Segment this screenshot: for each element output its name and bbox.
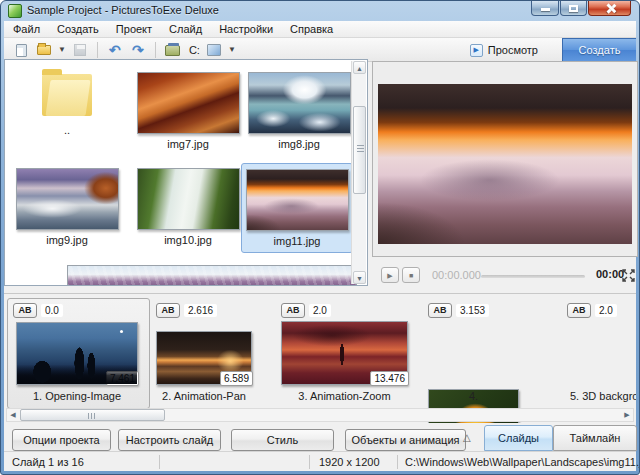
file-item-label: img7.jpg (135, 138, 241, 150)
minimize-button[interactable] (531, 1, 559, 16)
slide-5-ab-button[interactable]: AB (567, 303, 591, 318)
window-title: Sample Project - PicturesToExe Deluxe (27, 4, 219, 16)
slide-1-transition-value[interactable]: 0.0 (41, 304, 63, 317)
slide-3-duration-badge: 13.476 (370, 371, 409, 386)
statusbar-divider (309, 455, 310, 469)
menu-project[interactable]: Проект (108, 21, 160, 37)
slide-5-transition-value[interactable]: 2.0 (595, 304, 617, 317)
undo-icon: ↶ (109, 43, 121, 57)
open-dropdown-arrow-icon[interactable]: ▼ (58, 46, 66, 54)
new-project-button[interactable] (12, 41, 30, 59)
slide-2-thumbnail[interactable]: 6.589 (156, 331, 252, 385)
title-bar[interactable]: Sample Project - PicturesToExe Deluxe (1, 1, 639, 21)
app-window: Sample Project - PicturesToExe Deluxe Фа… (0, 0, 640, 475)
style-button[interactable]: Стиль (231, 429, 334, 451)
slide-1-thumbnail[interactable]: 7.461 (16, 322, 138, 385)
fullscreen-icon[interactable] (622, 268, 635, 281)
maximize-button[interactable] (560, 1, 587, 16)
status-file-path: C:\Windows\Web\Wallpaper\Landscapes\img1… (405, 456, 640, 468)
menu-help[interactable]: Справка (282, 21, 341, 37)
slide-5-label: 5. 3D background (562, 390, 636, 402)
file-item-label: img8.jpg (246, 138, 352, 150)
total-time: 00:00 (596, 268, 624, 280)
slide-list: AB 0.0 7.461 1. Opening-Image AB 2.616 6… (4, 293, 636, 423)
play-button[interactable]: ▶ (381, 267, 399, 283)
drive-select-button[interactable] (164, 41, 182, 59)
file-item-label: img10.jpg (135, 234, 241, 246)
statusbar-divider (159, 455, 160, 469)
elapsed-time: 00:00.000 (432, 269, 481, 281)
slide-1-duration-badge: 7.461 (106, 371, 139, 386)
scrollbar-thumb[interactable] (353, 106, 366, 194)
img9-thumbnail (16, 168, 119, 230)
status-bar: Слайд 1 из 16 1920 x 1200 C:\Windows\Web… (4, 451, 636, 471)
slide-3-ab-button[interactable]: AB (281, 303, 305, 318)
slide-4-ab-button[interactable]: AB (428, 303, 452, 318)
open-folder-icon (37, 45, 51, 55)
file-item-img7[interactable]: img7.jpg (135, 72, 241, 150)
close-icon (606, 4, 615, 13)
save-icon (74, 44, 86, 56)
collapse-triangle-icon[interactable]: △ (463, 432, 471, 443)
slide-4-transition-value[interactable]: 3.153 (456, 304, 489, 317)
file-item-img8[interactable]: img8.jpg (246, 72, 352, 150)
scrollbar-thumb[interactable] (20, 409, 165, 421)
file-browser-panel: .. img7.jpg img8.jpg img9.jpg img10.jpg … (4, 59, 368, 286)
drive-label: C: (189, 44, 200, 56)
tab-slides[interactable]: Слайды (484, 425, 553, 451)
stop-button[interactable]: ■ (402, 267, 420, 283)
slide-3-transition-value[interactable]: 2.0 (309, 304, 331, 317)
file-item-img10[interactable]: img10.jpg (135, 168, 241, 246)
file-item-img9[interactable]: img9.jpg (14, 168, 120, 246)
view-mode-button[interactable] (205, 41, 223, 59)
redo-button[interactable]: ↷ (129, 41, 147, 59)
file-item-parent-folder[interactable]: .. (14, 64, 120, 136)
slide-2-transition-value[interactable]: 2.616 (184, 304, 217, 317)
stop-icon: ■ (409, 272, 413, 279)
preview-image (378, 84, 632, 244)
view-mode-icon (207, 44, 221, 56)
save-button[interactable] (71, 41, 89, 59)
project-options-button[interactable]: Опции проекта (12, 429, 111, 451)
slide-2-ab-button[interactable]: AB (156, 303, 180, 318)
slide-1-ab-button[interactable]: AB (13, 303, 37, 318)
app-icon (8, 4, 22, 18)
preview-button[interactable]: ▶ Просмотр (464, 40, 544, 60)
slide-2-duration-badge: 6.589 (220, 371, 253, 386)
open-project-button[interactable] (35, 41, 53, 59)
tab-timeline[interactable]: Таймлайн (553, 425, 637, 451)
view-mode-dropdown-arrow-icon[interactable]: ▼ (228, 46, 236, 54)
menu-create[interactable]: Создать (49, 21, 107, 37)
scroll-down-icon[interactable]: ▼ (353, 271, 366, 284)
minimize-icon (541, 8, 550, 11)
status-slide-counter: Слайд 1 из 16 (12, 456, 84, 468)
scroll-up-icon[interactable]: ▲ (353, 61, 366, 74)
file-item-img11-selected[interactable]: img11.jpg (241, 163, 353, 253)
toolbar-separator (97, 42, 98, 58)
file-item-label: img9.jpg (14, 234, 120, 246)
folder-icon (42, 74, 92, 116)
file-item-label: img11.jpg (242, 235, 352, 247)
objects-animation-button[interactable]: Объекты и анимация (345, 429, 466, 451)
seek-slider[interactable] (481, 275, 585, 278)
menu-slide[interactable]: Слайд (161, 21, 210, 37)
undo-button[interactable]: ↶ (106, 41, 124, 59)
maximize-icon (569, 5, 578, 12)
customize-slide-button[interactable]: Настроить слайд (118, 429, 221, 451)
toolbar-separator (155, 42, 156, 58)
preview-button-label: Просмотр (488, 44, 538, 56)
slide-3-label: 3. Animation-Zoom (281, 390, 408, 402)
redo-icon: ↷ (132, 43, 144, 57)
file-item-partial-thumbnail[interactable] (67, 265, 357, 286)
menu-file[interactable]: Файл (5, 21, 48, 37)
slide-3-thumbnail[interactable]: 13.476 (281, 321, 408, 385)
file-browser-scrollbar[interactable]: ▲ ▼ (351, 61, 366, 284)
menu-settings[interactable]: Настройки (211, 21, 281, 37)
scroll-left-icon[interactable]: ◀ (7, 409, 19, 421)
img11-thumbnail (246, 169, 349, 231)
file-item-label: .. (14, 124, 120, 136)
close-button[interactable] (588, 1, 631, 16)
slide-list-scrollbar[interactable]: ◀ ▶ (6, 408, 634, 422)
create-button[interactable]: Создать (562, 38, 636, 62)
scroll-right-icon[interactable]: ▶ (621, 409, 633, 421)
